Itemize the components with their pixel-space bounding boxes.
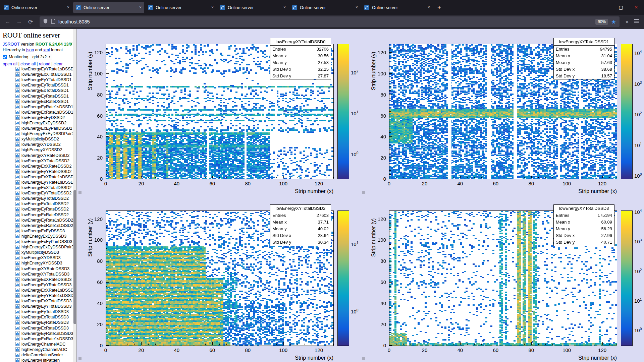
sidebar-tree-item[interactable]: deltaCorrelationScaler [3,352,72,358]
stats-box[interactable]: lowEnergyXYTotalDSSD0 Entries32706Mean x… [270,38,331,79]
tab-close-icon[interactable]: × [211,5,214,10]
sidebar-tree-item[interactable]: lowEnergyXYRateDSSD2 [3,153,72,158]
sidebar-tree-item[interactable]: lowEnergyExEyPairDSSD3 [3,239,72,244]
tab-close-icon[interactable]: × [67,5,69,10]
sidebar-tree-item[interactable]: highEnergyExEyDSSDPair3 [3,244,72,250]
minimize-button[interactable]: – [598,0,613,15]
sidebar-tree-item[interactable]: lowEnergyEyYTotalDSSD1 [3,77,72,82]
plot-pad[interactable]: Strip number (y) Strip number (x) lowEne… [77,196,361,362]
close-button[interactable]: × [629,0,644,15]
back-icon[interactable]: ← [2,18,13,25]
browser-tab[interactable]: Online server × [73,2,144,13]
sidebar-tree-item[interactable]: lowEnergyHitPattern [3,358,72,362]
hamburger-menu-icon[interactable] [631,18,642,25]
sidebar-tree-item[interactable]: xyMultiplicityDSSD2 [3,136,72,142]
sidebar-tree-item[interactable]: lowEnergyChannelADC [3,342,72,347]
clear-link[interactable]: clear [53,62,62,66]
sidebar-tree-item[interactable]: lowEnergyEyRate1sDSSD1 [3,104,72,110]
stats-box[interactable]: lowEnergyXYTotalDSSD2 Entries27603Mean x… [270,204,331,246]
sidebar-tree-item[interactable]: lowEnergyExRate1sDSSD2 [3,223,72,228]
sidebar-tree-item[interactable]: lowEnergyEyTotalDSSD2 [3,196,72,201]
sidebar-tree-item[interactable]: lowEnergyEyYRateDSSD2 [3,169,72,174]
grid-layout-select[interactable]: grid 2x2▼ [30,54,52,60]
sidebar-tree-item[interactable]: highEnergyXYDSSD3 [3,260,72,266]
zoom-level-badge[interactable]: 90% [595,19,608,25]
sidebar-tree-item[interactable]: lowEnergyEyYTotalDSSD2 [3,190,72,196]
browser-tab[interactable]: Online server × [362,2,433,13]
tab-close-icon[interactable]: × [356,5,358,10]
sidebar-tree-item[interactable]: lowEnergyXYRateDSSD3 [3,266,72,271]
sidebar-tree-item[interactable]: lowEnergyExXRate1sDSSD2 [3,174,72,180]
open-all-link[interactable]: open all [3,62,17,66]
sidebar-scrollbar[interactable] [73,29,76,362]
browser-tab[interactable]: Online server × [145,2,216,13]
shield-icon[interactable] [43,18,48,25]
sidebar-tree-item[interactable]: lowEnergyExXRate1sDSSD3 [3,288,72,293]
sidebar-tree-item[interactable]: lowEnergyEyRateDSSD2 [3,206,72,212]
xml-link[interactable]: xml [43,48,50,52]
sidebar-tree-item[interactable]: lowEnergyExXTotalDSSD2 [3,185,72,190]
sidebar-tree-item[interactable]: lowEnergyEyYRate1sDSSD2 [3,180,72,185]
plot-pad[interactable]: Strip number (y) Strip number (x) lowEne… [361,196,644,362]
sidebar-tree-item[interactable]: lowEnergyExXRateDSSD3 [3,277,72,282]
sidebar-tree-item[interactable]: lowEnergyEyRateDSSD1 [3,93,72,99]
sidebar-tree-item[interactable]: lowEnergyExTotalDSSD2 [3,201,72,206]
pad-corner-marker[interactable] [362,357,365,360]
sidebar-tree-item[interactable]: lowEnergyExRateDSSD2 [3,212,72,218]
pad-corner-marker[interactable] [362,191,365,194]
browser-tab[interactable]: Online server × [289,2,361,13]
sidebar-tree-item[interactable]: lowEnergyExRate1sDSSD1 [3,110,72,115]
sidebar-tree-item[interactable]: lowEnergyExXTotalDSSD3 [3,298,72,304]
sidebar-tree-item[interactable]: xyMultiplicityDSSD3 [3,250,72,255]
sidebar-tree-item[interactable]: lowEnergyEyTotalDSSD1 [3,82,72,88]
tab-close-icon[interactable]: × [428,5,430,10]
sidebar-tree-item[interactable]: lowEnergyExTotalDSSD1 [3,88,72,93]
pad-corner-marker[interactable] [78,191,82,194]
jsroot-link[interactable]: JSROOT [3,42,19,47]
sidebar-tree-item[interactable]: lowEnergyExXRateDSSD2 [3,164,72,169]
close-all-link[interactable]: close all [20,62,36,66]
page-info-icon[interactable] [51,19,55,25]
sidebar-tree-item[interactable]: lowEnergyEyYTotalDSSD3 [3,304,72,309]
sidebar-tree-item[interactable]: lowEnergyEyYRate1sDSSD3 [3,293,72,298]
sidebar-tree-item[interactable]: lowEnergyEyRate1sDSSD2 [3,218,72,223]
scrollbar-thumb[interactable] [73,190,76,324]
maximize-button[interactable]: ▢ [613,0,629,15]
plot-pad[interactable]: Strip number (y) Strip number (x) lowEne… [361,29,644,196]
sidebar-tree-item[interactable]: lowEnergyEyTotalDSSD3 [3,309,72,314]
sidebar-tree-item[interactable]: lowEnergyExEyDSSD3 [3,228,72,234]
bookmark-star-icon[interactable]: ★ [611,19,616,25]
overflow-chevron-icon[interactable]: » [623,18,631,25]
stats-box[interactable]: lowEnergyXYTotalDSSD3 Entries175194Mean … [553,204,614,246]
url-bar[interactable]: localhost:8085 90% ★ [40,16,620,27]
new-tab-button[interactable]: + [433,4,446,11]
url-text[interactable]: localhost:8085 [58,19,592,24]
sidebar-tree-item[interactable]: highEnergyExEyDSSD3 [3,234,72,239]
sidebar-tree-item[interactable]: lowEnergyExRateDSSD3 [3,325,72,331]
sidebar-tree-item[interactable]: lowEnergyXYDSSD2 [3,142,72,147]
sidebar-tree-item[interactable]: lowEnergyExRate1sDSSD3 [3,336,72,342]
sidebar-tree-item[interactable]: highEnergyXYDSSD2 [3,147,72,153]
tab-close-icon[interactable]: × [283,5,286,10]
tab-close-icon[interactable]: × [139,5,142,10]
sidebar-tree-item[interactable]: lowEnergyEyRate1sDSSD3 [3,331,72,336]
reload-link[interactable]: reload [39,62,50,66]
sidebar-tree-item[interactable]: lowEnergyEyYRate1sDSSD1 [3,66,72,72]
sidebar-tree-item[interactable]: lowEnergyXYTotalDSSD3 [3,272,72,277]
plot-pad[interactable]: Strip number (y) Strip number (x) lowEne… [77,29,361,196]
browser-tab[interactable]: Online server × [217,2,288,13]
sidebar-tree-item[interactable]: lowEnergyExXTotalDSSD1 [3,72,72,77]
sidebar-tree-item[interactable]: lowEnergyEyYRateDSSD3 [3,282,72,288]
sidebar-tree-item[interactable]: highEnergyExEyDSSD2 [3,120,72,126]
sidebar-tree-item[interactable]: highEnergyExEyDSSDPair2 [3,131,72,136]
json-link[interactable]: json [26,48,34,52]
sidebar-tree-item[interactable]: lowEnergyXYDSSD3 [3,255,72,260]
sidebar-tree-item[interactable]: lowEnergyExTotalDSSD3 [3,314,72,320]
sidebar-tree-item[interactable]: lowEnergyExRateDSSD1 [3,99,72,104]
reload-icon[interactable]: ⟳ [25,18,36,25]
browser-tab[interactable]: Online server × [1,2,72,13]
sidebar-tree-item[interactable]: lowEnergyExEyPairDSSD2 [3,126,72,131]
sidebar-tree-item[interactable]: highEnergyChannelADC [3,347,72,352]
monitoring-checkbox[interactable] [3,55,7,59]
forward-icon[interactable]: → [13,18,25,25]
